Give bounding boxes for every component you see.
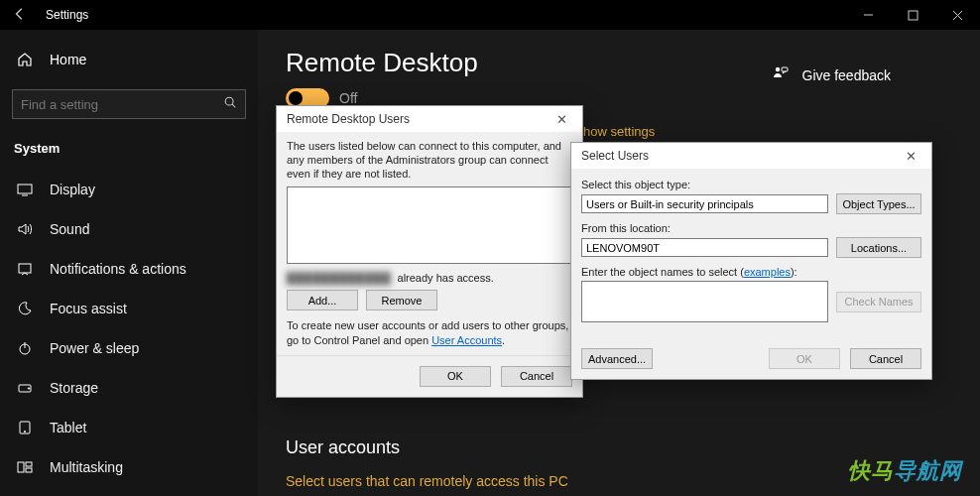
give-feedback-label: Give feedback bbox=[802, 67, 892, 83]
section-system-label: System bbox=[0, 135, 258, 170]
cancel-button[interactable]: Cancel bbox=[850, 348, 921, 369]
toggle-state-label: Off bbox=[339, 90, 357, 106]
check-names-button[interactable]: Check Names bbox=[836, 292, 921, 312]
ok-button[interactable]: OK bbox=[769, 348, 840, 369]
dialog-title: Select Users bbox=[581, 149, 649, 163]
settings-app: Settings Home System Display bbox=[0, 0, 980, 496]
names-label-prefix: Enter the object names to select ( bbox=[581, 266, 744, 278]
svg-rect-18 bbox=[782, 67, 788, 71]
svg-line-3 bbox=[232, 104, 235, 107]
select-users-link[interactable]: Select users that can remotely access th… bbox=[286, 473, 568, 489]
location-label: From this location: bbox=[581, 222, 921, 234]
sidebar-item-label: Focus assist bbox=[50, 301, 127, 316]
ok-button[interactable]: OK bbox=[420, 366, 491, 387]
close-button[interactable] bbox=[935, 0, 980, 30]
sidebar-item-storage[interactable]: Storage bbox=[0, 368, 258, 408]
object-names-label: Enter the object names to select (exampl… bbox=[581, 266, 921, 278]
sidebar-item-tablet[interactable]: Tablet bbox=[0, 408, 258, 447]
user-accounts-link[interactable]: User Accounts bbox=[431, 334, 502, 346]
object-type-label: Select this object type: bbox=[581, 179, 921, 190]
advanced-button[interactable]: Advanced... bbox=[581, 348, 653, 369]
dialog-description: The users listed below can connect to th… bbox=[287, 140, 572, 181]
remove-button[interactable]: Remove bbox=[366, 290, 437, 310]
sidebar-item-notifications[interactable]: Notifications & actions bbox=[0, 249, 258, 289]
sidebar-item-label: Tablet bbox=[50, 420, 86, 435]
svg-rect-13 bbox=[18, 462, 24, 472]
search-icon bbox=[223, 95, 237, 113]
locations-button[interactable]: Locations... bbox=[836, 237, 921, 258]
already-has-access-label: already has access. bbox=[398, 272, 494, 284]
show-settings-link[interactable]: how settings bbox=[583, 124, 655, 139]
sidebar-item-label: Power & sleep bbox=[50, 340, 139, 356]
sidebar-item-label: Notifications & actions bbox=[50, 261, 186, 277]
sidebar-item-label: Display bbox=[50, 182, 95, 197]
remote-desktop-users-dialog: Remote Desktop Users ✕ The users listed … bbox=[276, 105, 583, 398]
object-types-button[interactable]: Object Types... bbox=[836, 193, 921, 214]
examples-link[interactable]: examples bbox=[744, 266, 791, 278]
dialog-title: Remote Desktop Users bbox=[287, 112, 410, 126]
watermark: 快马导航网 bbox=[848, 456, 962, 486]
dialog-titlebar[interactable]: Select Users ✕ bbox=[571, 143, 931, 169]
sidebar-item-label: Multitasking bbox=[50, 459, 123, 475]
display-icon bbox=[16, 182, 34, 197]
maximize-button[interactable] bbox=[891, 0, 935, 30]
svg-point-12 bbox=[24, 431, 25, 432]
focus-assist-icon bbox=[16, 301, 34, 316]
current-user-blurred: ████████████ bbox=[287, 272, 392, 284]
home-label: Home bbox=[50, 52, 86, 67]
back-button[interactable] bbox=[0, 7, 40, 24]
cancel-button[interactable]: Cancel bbox=[501, 366, 572, 387]
sidebar-item-multitasking[interactable]: Multitasking bbox=[0, 447, 258, 487]
sidebar-item-label: Sound bbox=[50, 221, 89, 237]
access-info-row: ████████████ already has access. bbox=[287, 272, 572, 284]
object-names-input[interactable] bbox=[581, 281, 828, 322]
svg-point-10 bbox=[28, 388, 29, 389]
search-input[interactable] bbox=[21, 97, 223, 112]
window-title: Settings bbox=[46, 8, 88, 22]
feedback-icon bbox=[773, 65, 789, 84]
close-icon[interactable]: ✕ bbox=[547, 112, 576, 127]
add-button[interactable]: Add... bbox=[287, 290, 358, 310]
power-icon bbox=[16, 340, 34, 356]
storage-icon bbox=[16, 380, 34, 396]
svg-rect-4 bbox=[18, 185, 32, 193]
minimize-button[interactable] bbox=[846, 0, 891, 30]
object-type-field[interactable] bbox=[581, 194, 828, 213]
hint-text: To create new user accounts or add users… bbox=[287, 318, 572, 347]
user-accounts-header: User accounts bbox=[286, 437, 952, 458]
svg-rect-6 bbox=[19, 264, 31, 273]
sound-icon bbox=[16, 221, 34, 237]
home-icon bbox=[16, 52, 34, 67]
sidebar-item-focus-assist[interactable]: Focus assist bbox=[0, 289, 258, 328]
names-label-suffix: ): bbox=[791, 266, 797, 278]
sidebar: Home System Display Sound Notifications … bbox=[0, 30, 258, 496]
sidebar-item-projecting[interactable]: Projecting to this PC bbox=[0, 487, 258, 496]
notifications-icon bbox=[16, 261, 34, 277]
svg-rect-15 bbox=[26, 468, 32, 472]
home-nav[interactable]: Home bbox=[0, 44, 258, 75]
tablet-icon bbox=[16, 420, 34, 435]
give-feedback[interactable]: Give feedback bbox=[773, 65, 892, 84]
titlebar: Settings bbox=[0, 0, 980, 30]
users-listbox[interactable] bbox=[287, 186, 572, 264]
hint-prefix: To create new user accounts or add users… bbox=[287, 319, 568, 345]
select-users-dialog: Select Users ✕ Select this object type: … bbox=[570, 142, 932, 380]
svg-point-2 bbox=[225, 97, 233, 105]
dialog-titlebar[interactable]: Remote Desktop Users ✕ bbox=[277, 106, 582, 132]
sidebar-item-sound[interactable]: Sound bbox=[0, 209, 258, 249]
svg-rect-14 bbox=[26, 462, 32, 466]
close-icon[interactable]: ✕ bbox=[896, 149, 925, 164]
sidebar-item-label: Storage bbox=[50, 380, 98, 396]
multitasking-icon bbox=[16, 459, 34, 475]
sidebar-item-power-sleep[interactable]: Power & sleep bbox=[0, 328, 258, 368]
svg-point-17 bbox=[775, 67, 779, 71]
location-field[interactable] bbox=[581, 238, 828, 257]
svg-rect-1 bbox=[909, 11, 918, 20]
sidebar-item-display[interactable]: Display bbox=[0, 170, 258, 209]
search-box[interactable] bbox=[12, 89, 246, 119]
